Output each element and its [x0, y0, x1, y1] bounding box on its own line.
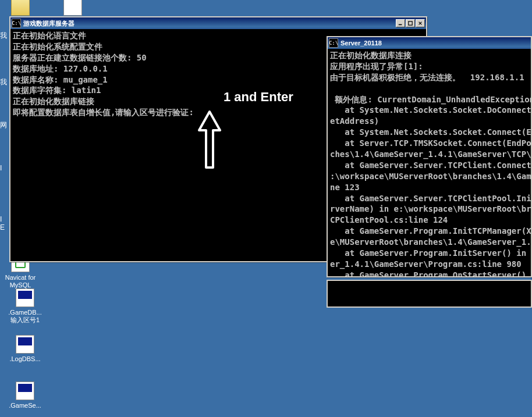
desktop-icon-label: .GameSe...: [9, 402, 41, 409]
desktop-icon-label: .GameDB...: [8, 309, 41, 316]
svg-rect-0: [399, 24, 402, 26]
desktop-shortcut-logdbs[interactable]: .LogDBS...: [5, 335, 45, 363]
console-window-server-20118[interactable]: C:\ Server_20118 正在初始化数据库连接 应用程序出现了异常[1]…: [327, 36, 532, 277]
maximize-button[interactable]: [406, 19, 415, 27]
desktop-icon-document[interactable]: [52, 0, 93, 17]
console-app-icon: [16, 288, 34, 307]
minimize-button[interactable]: [396, 19, 405, 27]
system-menu-icon[interactable]: C:\: [12, 19, 21, 28]
close-button[interactable]: [416, 19, 425, 27]
document-icon: [63, 0, 82, 16]
desktop-icon-label: Navicat for MySQL: [5, 274, 36, 289]
window-title: Server_20118: [341, 40, 530, 47]
folder-icon: [11, 0, 30, 16]
desktop-icon-label: .LogDBS...: [9, 355, 40, 363]
console-app-icon: [16, 382, 34, 400]
background-window-strip: [327, 280, 532, 308]
titlebar[interactable]: C:\ 游戏数据库服务器: [10, 17, 426, 29]
desktop-shortcut-gamedb[interactable]: .GameDB... 输入区号1: [5, 288, 45, 324]
svg-rect-1: [409, 22, 412, 25]
desktop-label-partial-1: 我: [0, 31, 7, 41]
desktop-icon-sublabel: 输入区号1: [10, 316, 40, 324]
desktop-label-partial-2: 我: [0, 77, 7, 87]
desktop-label-partial-3: 网: [0, 120, 7, 130]
console-app-icon: [16, 335, 34, 354]
desktop-label-partial-5: I E: [0, 215, 5, 231]
system-menu-icon[interactable]: C:\: [329, 38, 338, 48]
desktop-label-partial-4: I: [0, 164, 2, 172]
window-title: 游戏数据库服务器: [23, 19, 396, 28]
console-output: 正在初始化数据库连接 应用程序出现了异常[1]: 由于目标机器积极拒绝，无法连接…: [328, 49, 531, 276]
desktop-shortcut-gamese[interactable]: .GameSe...: [5, 382, 45, 409]
desktop-icon-folder[interactable]: [0, 0, 41, 17]
titlebar[interactable]: C:\ Server_20118: [328, 37, 531, 49]
